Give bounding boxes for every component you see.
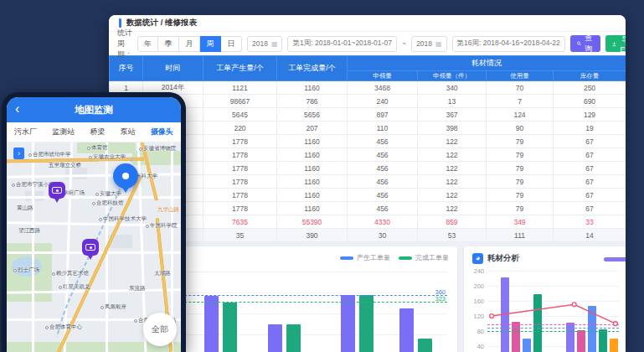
table-cell: 1160: [277, 202, 348, 215]
table-cell: 1778: [204, 189, 277, 202]
table-cell: 98667: [204, 95, 277, 108]
pie-chart-icon: ◕: [472, 253, 483, 264]
table-cell: 7635: [204, 215, 277, 229]
tab-泵站[interactable]: 泵站: [121, 127, 136, 137]
y-axis-tick: 40: [469, 343, 484, 350]
camera-pin[interactable]: [49, 182, 65, 199]
table-row: 177811604561227967: [110, 135, 626, 148]
start-year-select[interactable]: 2018 ▦: [247, 36, 282, 52]
table-cell: 35: [204, 229, 277, 242]
camera-pin[interactable]: [82, 239, 99, 256]
camera-lens: [56, 189, 59, 192]
period-option-年[interactable]: 年: [137, 36, 158, 52]
legend-label-completed: 完成工单量: [415, 253, 449, 262]
table-cell: 53: [418, 229, 487, 242]
table-row: 12014年11211160346834070250: [110, 81, 626, 95]
table-cell: 1160: [277, 189, 348, 202]
table-cell: 67: [554, 202, 626, 215]
map-label: 红星美凯龙: [59, 283, 90, 291]
table-cell: 456: [348, 189, 418, 202]
tab-摄像头[interactable]: 摄像头: [151, 127, 173, 137]
table-cell: 1778: [204, 148, 277, 162]
filter-bar: 统计周期： 年季月周日 2018 ▦ 第1周: 2018-01-01~2018-…: [109, 32, 626, 55]
table-cell: 122: [418, 148, 487, 162]
start-week-input[interactable]: 第1周: 2018-01-01~2018-01-07: [287, 36, 396, 52]
calendar-icon: ▦: [271, 40, 278, 48]
period-label: 统计周期：: [117, 28, 132, 60]
show-all-button[interactable]: 全部: [143, 313, 177, 346]
search-icon: [577, 40, 581, 47]
table-cell: 786: [277, 95, 348, 108]
poi-icon: [89, 156, 92, 159]
phone-tab-bar: 污水厂监测站桥梁泵站摄像头: [7, 122, 181, 142]
poi-icon: [139, 148, 142, 151]
table-row: 177811604561227967: [110, 189, 626, 202]
table-cell: 1160: [277, 175, 348, 189]
table-row: 98667786240137690: [110, 95, 626, 108]
back-chevron-icon[interactable]: ‹: [15, 101, 19, 117]
selected-camera-marker[interactable]: [113, 163, 138, 189]
map-label: 安徽农业大学: [89, 153, 126, 161]
map-label: 望江西路: [18, 227, 40, 235]
table-cell: 456: [348, 175, 418, 189]
map-view[interactable]: › 全部 体育馆合肥市琥珀中学安徽农业大学安徽省博物院五里墩立交桥安徽医科大学合…: [7, 142, 181, 352]
table-cell: 5656: [277, 108, 348, 122]
tab-桥梁[interactable]: 桥梁: [90, 127, 105, 137]
query-button[interactable]: 查询: [570, 35, 600, 52]
bar-完成工单量: [286, 324, 301, 352]
table-cell: 1160: [277, 148, 348, 162]
map-label: 合肥市琥珀中学: [28, 151, 71, 158]
period-option-周[interactable]: 周: [200, 36, 221, 52]
end-week-input[interactable]: 第16周: 2018-04-16~2018-04-22: [452, 36, 565, 52]
table-cell: 124: [487, 108, 554, 122]
poi-icon: [87, 147, 90, 150]
marker-dot: [122, 173, 129, 179]
table-cell: 1160: [277, 162, 348, 175]
poi-icon: [13, 269, 17, 272]
poi-icon: [146, 225, 149, 228]
table-cell: 67: [554, 162, 626, 175]
table-cell: 1778: [204, 162, 277, 175]
table-cell: 79: [487, 189, 554, 202]
col-subheader-1: 申领量: [348, 71, 418, 81]
table-cell: 122: [418, 162, 487, 175]
map-label: 安徽大学: [95, 190, 121, 198]
table-cell: 55390: [277, 215, 348, 229]
table-cell: 1160: [277, 81, 348, 95]
table-cell: 1778: [204, 202, 277, 215]
poi-icon: [92, 202, 95, 205]
table-cell: 70: [487, 81, 554, 95]
col-subheader-2: 申领量（件）: [418, 71, 487, 81]
table-row: 177811604561227967: [110, 202, 626, 215]
end-year-select[interactable]: 2018 ▦: [411, 36, 446, 52]
map-expand-button[interactable]: ›: [13, 148, 24, 159]
period-option-季[interactable]: 季: [158, 36, 179, 52]
table-cell: 67: [554, 189, 626, 202]
consumables-legend-pill: [604, 257, 626, 261]
export-excel-button[interactable]: 导出Excel: [605, 35, 626, 52]
period-segment: 年季月周日: [137, 36, 242, 52]
tab-污水厂[interactable]: 污水厂: [14, 127, 37, 137]
period-option-月[interactable]: 月: [179, 36, 200, 52]
legend-marker-created: [340, 256, 353, 260]
poi-icon: [59, 286, 62, 289]
bar-产生工单量: [399, 308, 414, 352]
poi-icon: [134, 319, 137, 323]
table-cell: 13: [418, 95, 487, 108]
period-option-日[interactable]: 日: [221, 36, 242, 52]
end-week-value: 第16周: 2018-04-16~2018-04-22: [457, 39, 560, 49]
table-row: 177811604561227967: [110, 175, 626, 189]
table-cell: 1160: [277, 135, 348, 148]
table-cell: 3468: [348, 81, 418, 95]
table-cell: 30: [348, 229, 418, 242]
bar-产生工单量: [204, 296, 219, 352]
table-cell: 349: [487, 215, 554, 229]
table-cell: 90: [487, 122, 554, 135]
poi-icon: [99, 218, 102, 221]
table-cell: 859: [418, 215, 487, 229]
map-label: 九华山路: [157, 206, 179, 214]
map-label: 中国科学院: [146, 222, 178, 230]
table-cell: 1121: [204, 81, 277, 95]
tab-监测站[interactable]: 监测站: [52, 127, 75, 137]
legend-item-completed: 完成工单量: [399, 253, 449, 262]
